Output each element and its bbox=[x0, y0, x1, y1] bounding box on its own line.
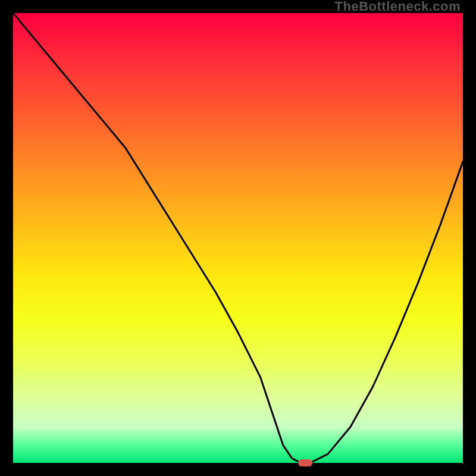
attribution-label: TheBottleneck.com bbox=[335, 0, 461, 13]
curve-path bbox=[13, 13, 463, 463]
chart-frame: TheBottleneck.com bbox=[0, 0, 476, 476]
plot-area bbox=[13, 13, 463, 463]
bottleneck-curve bbox=[13, 13, 463, 463]
optimal-point-marker bbox=[298, 459, 312, 466]
